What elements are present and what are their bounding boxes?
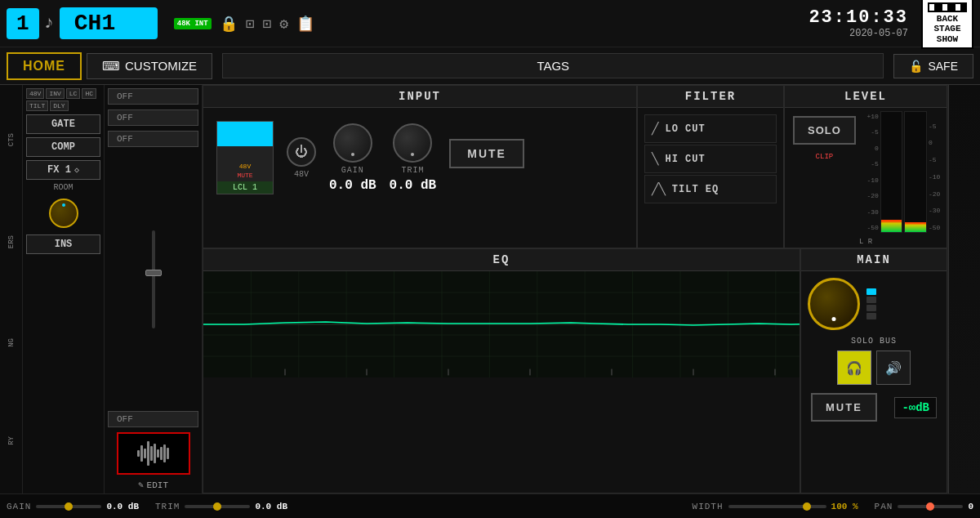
clock-date: 2020-05-07 <box>808 28 908 39</box>
customize-button[interactable]: ⌨ CUSTOMIZE <box>87 53 212 79</box>
fader-thumb[interactable] <box>145 270 162 276</box>
top-bar: 1 ♪ CH1 48K INT 🔒 ⊡ ⊡ ⚙ 📋 23:10:33 2020-… <box>0 0 980 47</box>
mute-db-row: MUTE -∞dB <box>801 390 947 425</box>
nav-bar: HOME ⌨ CUSTOMIZE TAGS 🔓 SAFE <box>0 47 980 85</box>
clock-time: 23:10:33 <box>808 7 908 28</box>
solo-button[interactable]: SOLO <box>793 116 856 145</box>
waveform-display[interactable] <box>117 432 190 475</box>
gate-button[interactable]: GATE <box>26 114 100 134</box>
lo-cut-icon: ╱ <box>652 122 658 136</box>
width-slider[interactable] <box>728 505 826 508</box>
waveform-bar-5 <box>150 446 153 461</box>
clipboard-icon[interactable]: 📋 <box>296 15 314 33</box>
sidebar-knob[interactable] <box>49 199 78 228</box>
input-header: INPUT <box>203 86 636 108</box>
copy2-icon[interactable]: ⊡ <box>262 15 271 33</box>
gain-group: GAIN 0.0 dB <box>329 123 376 193</box>
copy-icon[interactable]: ⊡ <box>246 15 255 33</box>
flag-48v[interactable]: 48V <box>26 88 44 99</box>
home-button[interactable]: HOME <box>7 52 82 80</box>
eq-graph[interactable] <box>203 271 800 377</box>
db-display: -∞dB <box>894 397 937 418</box>
headphone-button[interactable]: 🎧 <box>837 351 871 385</box>
scale-r-neg30: -30 <box>929 207 943 214</box>
cts-label: CTS <box>7 133 16 146</box>
level-left: SOLO CLIP <box>788 111 861 233</box>
mute-button[interactable]: MUTE <box>449 139 524 168</box>
main-panel: MAIN SOLO BUS 🎧 🔊 <box>800 248 947 493</box>
waveform-bar-8 <box>160 447 163 460</box>
gain-slider-thumb <box>65 502 73 511</box>
width-slider-thumb <box>803 502 811 511</box>
eq-svg <box>203 271 800 377</box>
customize-label: CUSTOMIZE <box>125 59 197 73</box>
gain-slider[interactable] <box>36 505 101 508</box>
waveform-bars <box>137 441 169 466</box>
off-btn-1[interactable]: OFF <box>108 88 198 105</box>
main-mute-button[interactable]: MUTE <box>811 393 877 422</box>
ers-label: ERS <box>7 235 16 248</box>
scale-neg10: -10 <box>864 176 879 184</box>
clock: 23:10:33 2020-05-07 <box>808 7 908 39</box>
eq-main-row: EQ <box>203 248 947 493</box>
trim-bottom-value: 0.0 dB <box>255 502 287 511</box>
meter-l-fill <box>881 220 902 232</box>
tilt-eq-icon: ╱╲ <box>652 182 666 196</box>
hi-cut-item[interactable]: ╲ HI CUT <box>644 145 777 173</box>
off-btn-3[interactable]: OFF <box>108 131 198 147</box>
channel-name: CH1 <box>60 7 158 39</box>
waveform-bar-4 <box>147 441 149 466</box>
mute-indicator: MUTE <box>234 171 256 180</box>
bus-knob-dot <box>832 317 836 321</box>
input-controls: 48V MUTE LCL 1 ⏻ 48V GAIN 0.0 dB <box>203 108 636 208</box>
waveform-bar-7 <box>157 449 159 458</box>
bus-ind-4 <box>866 313 876 319</box>
input-panel: INPUT 48V MUTE LCL 1 ⏻ 48V <box>203 85 637 248</box>
lock-icon[interactable]: 🔒 <box>220 15 238 33</box>
top-right: 23:10:33 2020-05-07 BACK STAGE SHOW <box>808 0 973 49</box>
bottom-bar: GAIN 0.0 dB TRIM 0.0 dB WIDTH 100 % PAN … <box>0 493 980 518</box>
flag-hc[interactable]: HC <box>82 88 96 99</box>
comp-button[interactable]: COMP <box>26 137 100 157</box>
off-btn-2[interactable]: OFF <box>108 109 198 126</box>
waveform-bar-3 <box>144 449 146 458</box>
flag-inv[interactable]: INV <box>46 88 64 99</box>
ins-button[interactable]: INS <box>26 234 100 254</box>
input-filter-level-row: INPUT 48V MUTE LCL 1 ⏻ 48V <box>203 85 947 248</box>
channel-strip: OFF OFF OFF OFF ✎ EDIT <box>105 85 203 493</box>
speaker-button[interactable]: 🔊 <box>876 351 911 385</box>
gain-bottom-value: 0.0 dB <box>106 502 139 511</box>
bus-knob[interactable] <box>808 278 860 330</box>
flag-tilt[interactable]: TILT <box>26 100 48 111</box>
gain-bottom-label: GAIN <box>7 502 31 511</box>
main-content-area: INPUT 48V MUTE LCL 1 ⏻ 48V <box>203 85 947 493</box>
tags-button[interactable]: TAGS <box>222 53 884 78</box>
gain-knob[interactable] <box>333 123 372 163</box>
width-bottom-label: WIDTH <box>693 502 724 511</box>
left-sidebar: 48V INV LC HC TILT DLY GATE COMP FX 1 ◇ … <box>23 85 105 493</box>
settings-icon[interactable]: ⚙ <box>279 15 288 33</box>
solo-bus-label: SOLO BUS <box>801 337 947 346</box>
waveform-bar-2 <box>140 445 143 462</box>
sample-rate-badge: 48K INT <box>174 18 212 29</box>
off-btn-4[interactable]: OFF <box>108 411 198 427</box>
lock-safe-icon: 🔓 <box>909 60 923 73</box>
pencil-icon: ✎ <box>138 480 144 490</box>
main-header: MAIN <box>801 249 947 271</box>
trim-bottom-label: TRIM <box>155 502 180 511</box>
power-button[interactable]: ⏻ <box>287 137 316 167</box>
safe-button[interactable]: 🔓 SAFE <box>893 54 973 78</box>
trim-knob[interactable] <box>393 123 432 163</box>
lo-cut-item[interactable]: ╱ LO CUT <box>644 114 777 143</box>
scale-neg50: -50 <box>864 224 879 231</box>
flag-lc[interactable]: LC <box>66 88 81 99</box>
filter-header: FILTER <box>638 86 783 108</box>
clapper-line3: SHOW <box>928 34 967 44</box>
pan-slider[interactable] <box>898 505 963 508</box>
fx1-button[interactable]: FX 1 ◇ <box>26 160 100 180</box>
clapperboard: BACK STAGE SHOW <box>921 0 973 49</box>
clapper-line2: STAGE <box>928 24 967 33</box>
tilt-eq-item[interactable]: ╱╲ TILT EQ <box>644 175 777 203</box>
flag-dly[interactable]: DLY <box>50 100 68 111</box>
trim-slider[interactable] <box>185 505 250 508</box>
